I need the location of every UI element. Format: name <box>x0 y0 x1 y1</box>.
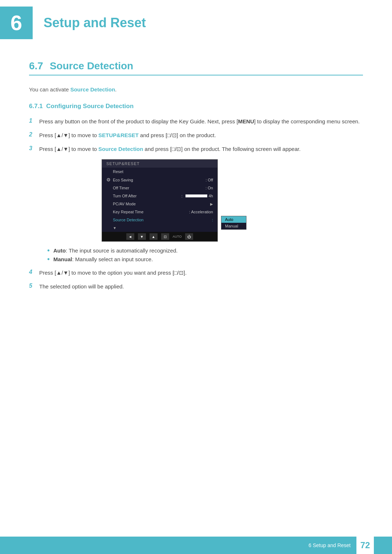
bullet-dot-manual: • <box>47 255 50 263</box>
more-icon: ▼ <box>113 226 117 230</box>
menu-item-eco: ⚙ Eco Saving : Off <box>102 176 217 184</box>
setup-reset-label: SETUP&RESET <box>98 132 139 138</box>
footer-section-label: 6 Setup and Reset <box>309 542 351 548</box>
page-footer: 6 Setup and Reset 72 <box>0 537 392 554</box>
step-1-number: 1 <box>29 118 39 124</box>
chapter-number: 6 <box>11 12 22 33</box>
step-3: 3 Press [▲/▼] to move to Source Detectio… <box>29 145 363 153</box>
section-heading: 6.7 Source Detection <box>29 60 363 75</box>
step-2-number: 2 <box>29 131 39 138</box>
nav-enter-btn[interactable]: ⊡ <box>161 233 169 240</box>
nav-left-btn[interactable]: ◄ <box>126 233 134 240</box>
menu-item-offtimer: Off Timer : On <box>102 184 217 192</box>
step-1: 1 Press any button on the front of the p… <box>29 117 363 126</box>
bullet-auto: • Auto: The input source is automaticall… <box>47 247 363 254</box>
step-5-text: The selected option will be applied. <box>39 282 363 291</box>
section-title: Source Detection <box>50 60 133 72</box>
nav-down-btn[interactable]: ▼ <box>138 233 146 240</box>
menu-item-sourcedetect: Source Detection : Auto Manual <box>102 216 217 224</box>
nav-up-btn[interactable]: ▲ <box>150 233 158 240</box>
menu-title: SETUP&RESET <box>102 160 217 168</box>
arrow-icon: ▶ <box>210 202 213 206</box>
bullet-manual-text: Manual: Manually select an input source. <box>53 256 153 262</box>
step-3-text: Press [▲/▼] to move to Source Detection … <box>39 145 363 153</box>
nav-power-btn[interactable]: ⏻ <box>185 233 193 240</box>
subsection-number: 6.7.1 <box>29 103 46 110</box>
menu-bottom-bar: ◄ ▼ ▲ ⊡ AUTO ⏻ <box>102 232 217 241</box>
menu-item-turnoffafter: Turn Off After : 4h <box>102 192 217 200</box>
menu-item-reset: Reset <box>102 168 217 176</box>
section-number: 6.7 <box>29 60 43 72</box>
steps-list: 1 Press any button on the front of the p… <box>29 117 363 153</box>
step-3-number: 3 <box>29 145 39 152</box>
step-4: 4 Press [▲/▼] to move to the option you … <box>29 268 363 277</box>
bullet-list: • Auto: The input source is automaticall… <box>47 247 363 263</box>
submenu-manual: Manual <box>221 223 246 229</box>
bullet-auto-text: Auto: The input source is automatically … <box>53 247 177 254</box>
step-5-number: 5 <box>29 283 39 289</box>
chapter-header: 6 Setup and Reset <box>0 0 392 46</box>
menu-item-pcav: PC/AV Mode ▶ <box>102 200 217 208</box>
turn-off-bar <box>185 194 207 197</box>
auto-label: AUTO <box>173 235 182 238</box>
intro-paragraph: You can activate Source Detection. <box>29 86 363 93</box>
menu-item-keyrepeat: Key Repeat Time : Acceleration <box>102 208 217 216</box>
menu-key: MENU <box>238 118 254 124</box>
step-2-text: Press [▲/▼] to move to SETUP&RESET and p… <box>39 131 363 140</box>
bullet-dot-auto: • <box>47 247 50 254</box>
step-4-number: 4 <box>29 269 39 275</box>
footer-page-number: 72 <box>356 537 374 554</box>
bullet-manual: • Manual: Manually select an input sourc… <box>47 256 363 263</box>
intro-highlight: Source Detection <box>70 86 115 93</box>
submenu-auto: Auto <box>221 216 246 223</box>
chapter-number-box: 6 <box>0 7 33 39</box>
gear-icon: ⚙ <box>106 177 111 182</box>
intro-prefix: You can activate <box>29 86 70 93</box>
chapter-title: Setup and Reset <box>44 15 146 30</box>
submenu-popup: Auto Manual <box>221 216 246 230</box>
source-detection-label: Source Detection <box>98 146 143 152</box>
source-detection-menu-label: Source Detection <box>113 218 209 222</box>
subsection-title: Configuring Source Detection <box>46 103 134 110</box>
subsection-heading: 6.7.1 Configuring Source Detection <box>29 103 363 110</box>
main-content: 6.7 Source Detection You can activate So… <box>0 49 392 325</box>
menu-item-more: ▼ <box>102 224 217 232</box>
step-2: 2 Press [▲/▼] to move to SETUP&RESET and… <box>29 131 363 140</box>
step-1-text: Press any button on the front of the pro… <box>39 117 363 126</box>
step-4-text: Press [▲/▼] to move to the option you wa… <box>39 268 363 277</box>
step-5: 5 The selected option will be applied. <box>29 282 363 291</box>
menu-screenshot: SETUP&RESET Reset ⚙ Eco Saving : Off Off… <box>102 159 218 242</box>
intro-suffix: . <box>115 86 117 93</box>
